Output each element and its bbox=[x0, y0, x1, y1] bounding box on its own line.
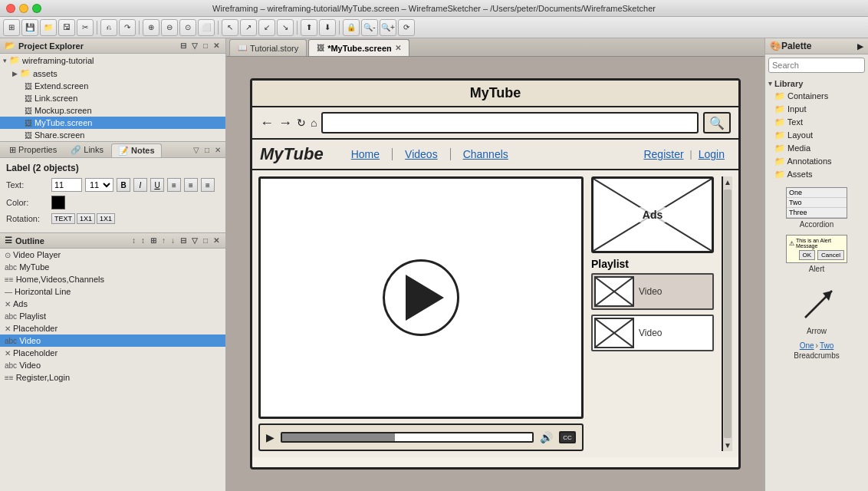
palette-assets[interactable]: 📁 Assets bbox=[768, 168, 865, 181]
wf-search-box[interactable] bbox=[321, 112, 699, 133]
toolbar-btn-16[interactable]: ⬆ bbox=[301, 19, 317, 36]
wf-cc-btn[interactable]: CC bbox=[559, 431, 576, 443]
pe-max-btn[interactable]: □ bbox=[202, 41, 209, 50]
align-left-button[interactable]: ≡ bbox=[167, 178, 181, 192]
rot-btn-2[interactable]: 1X1 bbox=[77, 213, 95, 224]
outline-video-player[interactable]: ⊙ Video Player bbox=[0, 249, 225, 261]
out-sort-btn[interactable]: ↕ bbox=[130, 236, 137, 245]
alert-cancel-btn[interactable]: Cancel bbox=[817, 250, 844, 260]
wf-volume-icon[interactable]: 🔊 bbox=[540, 431, 553, 443]
font-select[interactable]: 11 bbox=[85, 178, 113, 192]
palette-search-input[interactable] bbox=[768, 58, 865, 73]
outline-ads[interactable]: ✕ Ads bbox=[0, 298, 225, 310]
toolbar-btn-13[interactable]: ↗ bbox=[240, 19, 257, 36]
wf-home-btn[interactable]: ⌂ bbox=[311, 117, 317, 129]
outline-nav[interactable]: ≡≡ Home,Videos,Channels bbox=[0, 273, 225, 285]
scroll-track[interactable] bbox=[724, 189, 732, 438]
prop-close-btn[interactable]: ✕ bbox=[213, 146, 222, 154]
rot-btn-1[interactable]: TEXT bbox=[51, 213, 75, 224]
prop-max-btn[interactable]: □ bbox=[203, 146, 211, 154]
italic-button[interactable]: I bbox=[133, 178, 147, 192]
outline-playlist[interactable]: abc Playlist bbox=[0, 310, 225, 322]
outline-hline[interactable]: — Horizontal Line bbox=[0, 285, 225, 298]
toolbar-btn-10[interactable]: ⊙ bbox=[179, 19, 196, 36]
wf-search-btn[interactable]: 🔍 bbox=[703, 112, 731, 133]
pe-collapse-btn[interactable]: ⊟ bbox=[179, 41, 188, 50]
outline-placeholder-1[interactable]: ✕ Placeholder bbox=[0, 322, 225, 334]
wf-video-player[interactable] bbox=[258, 176, 584, 419]
toolbar-zoom-in[interactable]: 🔍+ bbox=[380, 19, 396, 36]
wf-login-link[interactable]: Login bbox=[692, 148, 731, 160]
tree-item-mockup[interactable]: 🖼 Mockup.screen bbox=[0, 104, 225, 117]
toolbar-btn-11[interactable]: ⬜ bbox=[198, 19, 215, 36]
rot-btn-3[interactable]: 1X1 bbox=[97, 213, 115, 224]
tab-properties[interactable]: ⊞ Properties bbox=[3, 143, 63, 157]
toolbar-btn-4[interactable]: 🖫 bbox=[58, 19, 75, 36]
wf-video-item-1[interactable]: Video bbox=[591, 273, 714, 310]
bold-button[interactable]: B bbox=[117, 178, 130, 192]
tab-close-btn[interactable]: ✕ bbox=[395, 44, 401, 52]
tree-item-link[interactable]: 🖼 Link.screen bbox=[0, 92, 225, 104]
outline-mytube[interactable]: abc MyTube bbox=[0, 261, 225, 273]
toolbar-btn-9[interactable]: ⊖ bbox=[161, 19, 178, 36]
traffic-lights[interactable] bbox=[6, 4, 41, 13]
wf-nav-home[interactable]: Home bbox=[339, 148, 393, 160]
palette-layout[interactable]: 📁 Layout bbox=[768, 129, 865, 142]
palette-library-header[interactable]: ▾ Library bbox=[768, 77, 865, 90]
wf-forward-btn[interactable]: → bbox=[278, 115, 292, 131]
wf-video-item-2[interactable]: Video bbox=[591, 315, 714, 351]
palette-input[interactable]: 📁 Input bbox=[768, 103, 865, 116]
palette-text[interactable]: 📁 Text bbox=[768, 116, 865, 129]
pe-close-btn[interactable]: ✕ bbox=[212, 41, 221, 50]
out-close-btn[interactable]: ✕ bbox=[212, 236, 221, 245]
palette-alert-widget[interactable]: ⚠ This is an Alert Message OK Cancel Ale… bbox=[786, 235, 847, 273]
wf-play-btn[interactable]: ▶ bbox=[266, 431, 275, 443]
toolbar-btn-18[interactable]: 🔒 bbox=[343, 19, 360, 36]
wf-refresh-btn[interactable]: ↻ bbox=[297, 117, 306, 129]
align-center-button[interactable]: ≡ bbox=[184, 178, 198, 192]
palette-arrow-widget[interactable]: Arrow bbox=[794, 279, 840, 335]
palette-accordion-widget[interactable]: One Two Three Accordion bbox=[786, 187, 847, 229]
toolbar-btn-19[interactable]: ⟳ bbox=[398, 19, 415, 36]
palette-media[interactable]: 📁 Media bbox=[768, 142, 865, 155]
wf-register-link[interactable]: Register bbox=[637, 148, 689, 160]
toolbar-btn-17[interactable]: ⬇ bbox=[319, 19, 336, 36]
toolbar-btn-5[interactable]: ✂ bbox=[77, 19, 94, 36]
toolbar-btn-12[interactable]: ↖ bbox=[222, 19, 238, 36]
prop-collapse-btn[interactable]: ▽ bbox=[192, 146, 201, 154]
outline-placeholder-2[interactable]: ✕ Placeholder bbox=[0, 347, 225, 359]
outline-video-1[interactable]: abc Video bbox=[0, 334, 225, 347]
align-right-button[interactable]: ≡ bbox=[201, 178, 215, 192]
underline-button[interactable]: U bbox=[150, 178, 164, 192]
palette-expand-btn[interactable]: ▶ bbox=[857, 42, 863, 51]
out-menu-btn[interactable]: ▽ bbox=[190, 236, 199, 245]
minimize-button[interactable] bbox=[19, 4, 28, 13]
out-sort2-btn[interactable]: ↕ bbox=[140, 236, 146, 245]
out-move-up-btn[interactable]: ↑ bbox=[160, 236, 167, 245]
out-resize-btn[interactable]: ⊞ bbox=[149, 236, 158, 245]
palette-breadcrumbs-widget[interactable]: One › Two Breadcrumbs bbox=[794, 341, 839, 360]
toolbar-btn-15[interactable]: ↘ bbox=[277, 19, 294, 36]
alert-ok-btn[interactable]: OK bbox=[799, 250, 816, 260]
text-size-input[interactable] bbox=[51, 178, 82, 192]
tab-mytube[interactable]: 🖼 *MyTube.screen ✕ bbox=[308, 39, 409, 56]
tree-item-project[interactable]: ▾ 📁 wireframing-tutorial bbox=[0, 54, 225, 67]
maximize-button[interactable] bbox=[32, 4, 41, 13]
toolbar-btn-1[interactable]: ⊞ bbox=[3, 19, 20, 36]
pe-menu-btn[interactable]: ▽ bbox=[190, 41, 199, 50]
wf-progress-bar[interactable] bbox=[281, 432, 534, 443]
toolbar-btn-3[interactable]: 📁 bbox=[40, 19, 57, 36]
out-collapse-btn[interactable]: ⊟ bbox=[179, 236, 188, 245]
scroll-down-arrow[interactable]: ▼ bbox=[722, 440, 733, 451]
outline-register-login[interactable]: ≡≡ Register,Login bbox=[0, 371, 225, 384]
tree-item-extend[interactable]: 🖼 Extend.screen bbox=[0, 80, 225, 92]
toolbar-zoom-out[interactable]: 🔍- bbox=[361, 19, 378, 36]
toolbar-btn-7[interactable]: ↷ bbox=[119, 19, 136, 36]
out-move-down-btn[interactable]: ↓ bbox=[169, 236, 176, 245]
outline-video-2[interactable]: abc Video bbox=[0, 359, 225, 371]
color-picker[interactable] bbox=[51, 196, 65, 209]
toolbar-btn-2[interactable]: 💾 bbox=[21, 19, 38, 36]
tab-notes[interactable]: 📝 Notes bbox=[111, 143, 162, 157]
wf-nav-channels[interactable]: Channels bbox=[451, 148, 521, 160]
tab-links[interactable]: 🔗 Links bbox=[64, 143, 110, 157]
